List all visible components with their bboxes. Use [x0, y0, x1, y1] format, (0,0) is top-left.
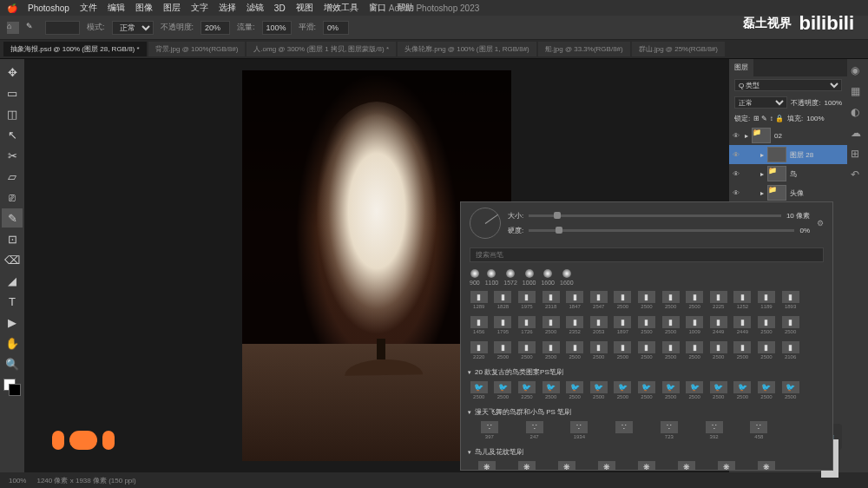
brush-item[interactable]: ▮2500	[755, 340, 778, 361]
brush-item[interactable]: 🐦2500	[612, 379, 635, 401]
doc-tab[interactable]: 船.jpg @ 33.3%(RGB/8#)	[538, 42, 630, 56]
move-tool[interactable]: ✥	[2, 63, 23, 82]
stamp-tool[interactable]: ⊡	[2, 229, 23, 248]
brush-item[interactable]: ▮2500	[732, 340, 754, 361]
brush-item[interactable]: ▮2500	[492, 340, 515, 361]
brush-item[interactable]: ▮2500	[707, 340, 730, 361]
brush-item[interactable]: ▮2500	[635, 314, 658, 336]
brush-group[interactable]: 20 款复古的鸟类图案PS笔刷	[468, 365, 825, 379]
brush-search-input[interactable]	[470, 247, 824, 262]
path-tool[interactable]: ▶	[2, 313, 23, 332]
brush-item[interactable]: ▮2500	[540, 314, 562, 336]
brush-preset[interactable]: 1572	[503, 269, 517, 286]
brush-item[interactable]: ▮2500	[516, 340, 538, 361]
visibility-icon[interactable]: 👁	[733, 189, 741, 197]
layer-item[interactable]: 👁▸📁头像	[729, 183, 847, 202]
doc-tab[interactable]: 背景.jpg @ 100%(RGB/8#)	[148, 42, 246, 56]
brush-item[interactable]: ▮1828	[492, 289, 515, 311]
brush-item[interactable]: ❋	[707, 459, 746, 470]
brush-angle-control[interactable]	[470, 208, 501, 239]
zoom-tool[interactable]: 🔍	[2, 354, 23, 373]
gear-icon[interactable]: ⚙	[817, 219, 824, 228]
menu-item[interactable]: 图像	[135, 2, 153, 14]
brush-item[interactable]: ❋317	[508, 459, 546, 470]
color-panel-icon[interactable]: ◉	[851, 64, 865, 78]
selection-tool[interactable]: ↖	[2, 125, 23, 144]
opacity-input[interactable]	[201, 21, 230, 35]
brush-item[interactable]: ▮1189	[755, 289, 778, 311]
brush-item[interactable]: ▮2547	[588, 289, 610, 311]
visibility-icon[interactable]: 👁	[733, 132, 741, 140]
brush-item[interactable]: 🐦2500	[635, 379, 658, 401]
brush-tool-icon[interactable]: ✎	[26, 22, 38, 34]
brush-item[interactable]: ▮1252	[732, 289, 754, 311]
properties-panel-icon[interactable]: ⊞	[851, 148, 865, 162]
brush-item[interactable]: 🐦2250	[516, 379, 538, 401]
brush-item[interactable]: ▮2500	[683, 289, 706, 311]
brush-preset[interactable]: 1000	[523, 269, 536, 286]
doc-tab[interactable]: 群山.jpg @ 25%(RGB/8#)	[632, 42, 725, 56]
brush-list-scroll[interactable]: ▮1289▮1828▮1975▮2318▮1847▮2547▮2500▮2500…	[461, 289, 832, 470]
menu-item[interactable]: 滤镜	[247, 2, 264, 14]
brush-item[interactable]: ▮2500	[540, 340, 562, 361]
brush-item[interactable]: ▮1795	[492, 314, 515, 336]
crop-tool[interactable]: ✂	[2, 146, 23, 165]
brush-item[interactable]: 🐦2500	[540, 379, 562, 401]
brush-item[interactable]: ▮2500	[588, 340, 610, 361]
brush-item[interactable]: ▮1893	[779, 289, 802, 311]
gradient-tool[interactable]: ◢	[2, 271, 23, 290]
brush-item[interactable]: 🐦2500	[660, 379, 682, 401]
menu-item[interactable]: Photoshop	[28, 3, 69, 13]
history-panel-icon[interactable]: ↶	[851, 168, 865, 182]
hardness-value[interactable]: 0%	[799, 227, 810, 234]
visibility-icon[interactable]: 👁	[733, 151, 741, 159]
libraries-panel-icon[interactable]: ☁	[851, 127, 865, 141]
visibility-icon[interactable]: 👁	[733, 170, 741, 178]
brush-item[interactable]: ∵	[602, 419, 646, 441]
doc-tab[interactable]: 抽象海报.psd @ 100% (图层 28, RGB/8) *	[3, 42, 147, 56]
size-slider[interactable]	[529, 214, 781, 217]
brush-item[interactable]: ❋789	[747, 459, 786, 470]
menu-item[interactable]: 窗口	[369, 2, 386, 14]
color-swatch[interactable]	[3, 379, 21, 396]
eyedropper-tool[interactable]: ⎚	[2, 188, 23, 207]
menu-item[interactable]: 选择	[219, 2, 236, 14]
layer-item[interactable]: 👁▸📁02	[729, 126, 847, 145]
brush-item[interactable]: 🐦2500	[779, 379, 802, 401]
swatches-panel-icon[interactable]: ▦	[851, 85, 865, 99]
layer-item[interactable]: 👁▸📁鸟	[729, 164, 847, 183]
brush-item[interactable]: 🐦2500	[563, 379, 586, 401]
brush-item[interactable]: ▮2449	[707, 314, 730, 336]
layers-tab[interactable]: 图层	[729, 59, 753, 76]
menu-item[interactable]: 文件	[80, 2, 97, 14]
brush-item[interactable]: ❋621	[548, 459, 586, 470]
brush-tool[interactable]: ✎	[2, 208, 23, 228]
brush-item[interactable]: ▮2318	[540, 289, 562, 311]
brush-item[interactable]: ▮2220	[468, 340, 490, 361]
menu-item[interactable]: 3D	[274, 3, 286, 13]
brush-item[interactable]: ▮2106	[779, 340, 802, 361]
hardness-slider[interactable]	[529, 229, 794, 232]
brush-item[interactable]: ▮2500	[779, 314, 802, 336]
brush-item[interactable]: ▮2500	[612, 289, 635, 311]
brush-item[interactable]: 🐦2500	[588, 379, 610, 401]
brush-item[interactable]: ▮2500	[755, 314, 778, 336]
brush-item[interactable]: ❋593	[588, 459, 626, 470]
brush-item[interactable]: ❋	[468, 459, 506, 470]
frame-tool[interactable]: ▱	[2, 167, 23, 186]
menu-item[interactable]: 图层	[163, 2, 181, 14]
lasso-tool[interactable]: ◫	[2, 104, 23, 123]
opacity-value[interactable]: 100%	[825, 99, 842, 107]
marquee-tool[interactable]: ▭	[2, 83, 23, 102]
type-tool[interactable]: T	[2, 292, 23, 311]
brush-item[interactable]: ▮2500	[635, 340, 658, 361]
brush-item[interactable]: ▮2500	[660, 340, 682, 361]
brush-item[interactable]: 🐦2500	[755, 379, 778, 401]
brush-item[interactable]: ▮2053	[588, 314, 610, 336]
brush-item[interactable]: ∵397	[468, 419, 511, 441]
brush-item[interactable]: ▮2500	[660, 314, 682, 336]
layer-kind-select[interactable]: Q 类型	[734, 79, 842, 91]
brush-item[interactable]: ∵723	[648, 419, 691, 441]
menu-item[interactable]: 增效工具	[324, 2, 358, 14]
brush-item[interactable]: ▮1726	[516, 314, 538, 336]
